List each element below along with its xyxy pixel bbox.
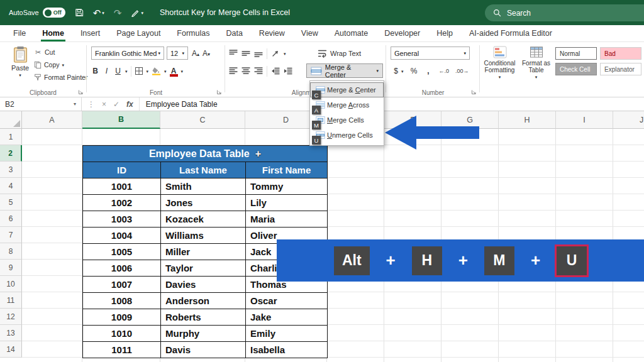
align-top-button[interactable] (229, 49, 238, 58)
dialog-launcher-icon[interactable] (471, 89, 477, 95)
cut-button[interactable]: ✂Cut (34, 46, 87, 58)
select-all-button[interactable] (0, 111, 22, 129)
table-cell[interactable]: 1004 (83, 228, 161, 244)
cell-style-explanator[interactable]: Explanator (600, 63, 641, 75)
table-cell[interactable]: 1001 (83, 178, 161, 195)
number-format-select[interactable]: General▾ (391, 47, 470, 60)
row-header-9[interactable]: 9 (0, 260, 22, 276)
merge-center-button[interactable]: Merge & Center ▾ (306, 63, 383, 78)
cancel-icon[interactable]: × (102, 100, 106, 109)
column-header-C[interactable]: C (160, 111, 245, 129)
row-header-11[interactable]: 11 (0, 292, 22, 309)
table-cell[interactable]: Davis (161, 342, 246, 358)
fill-color-button[interactable] (152, 67, 161, 75)
orientation-button[interactable] (271, 49, 280, 58)
tab-file[interactable]: File (5, 25, 34, 41)
align-left-button[interactable] (229, 67, 238, 75)
table-cell[interactable]: 1011 (83, 342, 161, 358)
paste-button[interactable]: Paste ▾ (6, 46, 34, 77)
row-header-2[interactable]: 2 (0, 145, 22, 162)
table-cell[interactable]: 1010 (83, 326, 161, 342)
tab-help[interactable]: Help (428, 25, 461, 41)
table-cell[interactable]: Roberts (161, 309, 246, 326)
tab-review[interactable]: Review (251, 25, 293, 41)
row-header-10[interactable]: 10 (0, 276, 22, 292)
align-right-button[interactable] (254, 67, 263, 75)
undo-button[interactable]: ↶▾ (93, 8, 104, 18)
table-cell[interactable]: Oscar (246, 293, 328, 309)
table-cell[interactable]: 1003 (83, 211, 161, 228)
menu-item-merge-cells[interactable]: MMerge Cells (310, 112, 384, 128)
table-cell[interactable]: Davies (161, 277, 246, 293)
table-cell[interactable]: Taylor (161, 260, 246, 277)
row-header-6[interactable]: 6 (0, 211, 22, 227)
align-middle-button[interactable] (242, 49, 250, 58)
tab-automate[interactable]: Automate (326, 25, 377, 41)
font-color-button[interactable]: A (170, 67, 178, 75)
table-cell[interactable]: Isabella (246, 342, 328, 358)
table-cell[interactable]: Emily (246, 326, 328, 342)
enter-icon[interactable]: ✓ (113, 100, 119, 109)
row-header-8[interactable]: 8 (0, 243, 22, 260)
name-box[interactable]: B2 ▾ (0, 97, 82, 111)
table-cell[interactable]: Anderson (161, 293, 246, 309)
wrap-text-button[interactable]: Wrap Text (318, 47, 361, 60)
column-header-J[interactable]: J (613, 111, 644, 129)
spreadsheet-grid[interactable]: ABCDEFGHIJ1234567891011121314Employee Da… (0, 111, 644, 362)
cell-style-bad[interactable]: Bad (600, 47, 641, 60)
column-header-B[interactable]: B (82, 111, 160, 129)
menu-item-merge-center[interactable]: CMerge & Center (310, 82, 384, 97)
table-cell[interactable]: Maria (246, 211, 328, 228)
table-cell[interactable]: Jones (161, 195, 246, 211)
italic-button[interactable]: I (103, 67, 111, 75)
save-button[interactable] (75, 8, 84, 17)
copy-button[interactable]: Copy▾ (34, 58, 87, 71)
tab-insert[interactable]: Insert (72, 25, 108, 41)
column-header-I[interactable]: I (556, 111, 613, 129)
row-header-13[interactable]: 13 (0, 325, 22, 341)
pen-mode-button[interactable]: ▾ (131, 8, 143, 17)
comma-style-button[interactable]: , (425, 67, 433, 75)
font-name-select[interactable]: Franklin Gothic Med▾ (91, 47, 164, 60)
table-header-cell[interactable]: ID (83, 162, 161, 178)
row-header-7[interactable]: 7 (0, 227, 22, 243)
conditional-formatting-button[interactable]: Conditional Formatting ▾ (482, 46, 517, 79)
tab-home[interactable]: Home (34, 25, 72, 41)
align-bottom-button[interactable] (254, 49, 263, 58)
bold-button[interactable]: B (91, 67, 99, 75)
format-painter-button[interactable]: Format Painter (34, 71, 87, 84)
drag-handle-icon[interactable]: ⋮ (87, 100, 95, 109)
align-center-button[interactable] (242, 67, 250, 75)
table-cell[interactable]: Lily (246, 195, 328, 211)
borders-button[interactable] (135, 67, 143, 75)
tab-page-layout[interactable]: Page Layout (108, 25, 169, 41)
format-as-table-button[interactable]: Format as Table ▾ (519, 46, 553, 79)
row-header-4[interactable]: 4 (0, 178, 22, 194)
increase-indent-button[interactable] (284, 67, 292, 75)
table-cell[interactable]: 1007 (83, 277, 161, 293)
table-cell[interactable]: 1009 (83, 309, 161, 326)
currency-button[interactable]: $ (392, 67, 400, 75)
table-cell[interactable]: Miller (161, 244, 246, 260)
table-title-cell[interactable]: Employee Data Table+ (83, 146, 328, 162)
grow-font-button[interactable]: A▴ (192, 49, 199, 58)
redo-button[interactable]: ↷ (114, 8, 122, 18)
table-cell[interactable]: Tommy (246, 178, 328, 195)
percent-button[interactable]: % (410, 67, 418, 75)
table-cell[interactable]: 1008 (83, 293, 161, 309)
row-header-5[interactable]: 5 (0, 194, 22, 211)
table-cell[interactable]: 1002 (83, 195, 161, 211)
increase-decimal-button[interactable]: ←.0 (439, 68, 450, 74)
table-cell[interactable]: Jake (246, 309, 328, 326)
menu-item-unmerge-cells[interactable]: UUnmerge Cells (310, 128, 384, 143)
decrease-decimal-button[interactable]: .00→ (455, 68, 469, 74)
table-header-cell[interactable]: Last Name (161, 162, 246, 178)
table-cell[interactable]: 1005 (83, 244, 161, 260)
autosave-switch[interactable]: Off (43, 8, 65, 18)
dialog-launcher-icon[interactable] (78, 89, 84, 95)
shrink-font-button[interactable]: A▾ (203, 49, 210, 58)
autosave-toggle[interactable]: AutoSave Off (9, 8, 65, 18)
tab-ai-aided-formula-editor[interactable]: AI-aided Formula Editor (461, 25, 560, 41)
table-cell[interactable]: Kozacek (161, 211, 246, 228)
menu-item-merge-across[interactable]: AMerge Across (310, 97, 384, 112)
